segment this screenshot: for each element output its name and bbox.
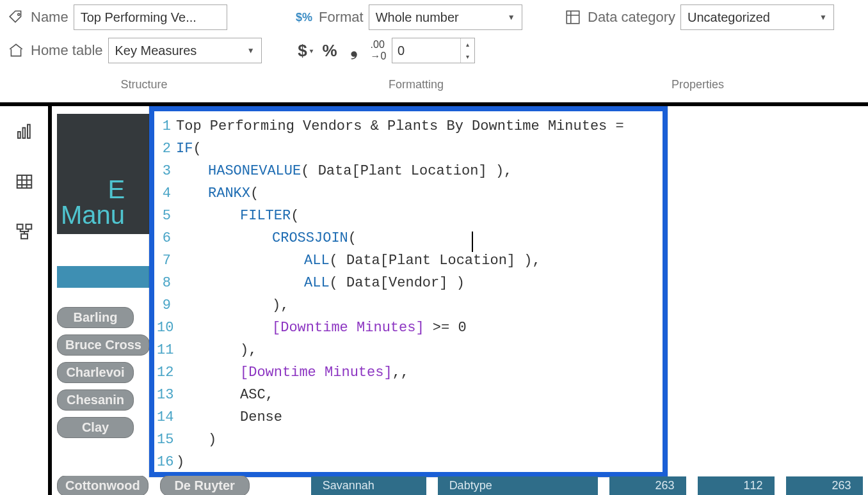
code-area[interactable]: 1Top Performing Vendors & Plants By Down… [154,111,663,472]
line-number: 6 [157,227,176,249]
chevron-down-icon: ▾ [310,47,313,54]
code-line: 9), [157,294,656,317]
code-content: IF( [176,138,202,160]
line-number: 15 [157,428,176,451]
properties-group-label: Properties [551,78,845,91]
chevron-down-icon: ▼ [819,13,827,22]
home-table-select[interactable]: Key Measures ▼ [108,38,262,63]
code-content: ) [176,451,184,472]
thousands-separator-button[interactable]: ❟ [343,38,365,63]
line-number: 12 [157,361,176,384]
code-content: Dense [176,406,282,428]
data-category-value: Uncategorized [687,10,770,25]
home-table-label: Home table [31,42,103,59]
model-view-button[interactable] [12,219,37,244]
code-content: FILTER( [176,205,299,227]
currency-button[interactable]: $▾ [294,38,316,63]
slicer-button[interactable]: Barling [57,307,134,328]
line-number: 10 [157,317,176,339]
line-number: 9 [157,294,176,317]
code-line: 10[Downtime Minutes] >= 0 [157,317,656,339]
line-number: 16 [157,451,176,472]
line-number: 4 [157,182,176,205]
format-value: Whole number [376,10,459,25]
table-cell: Dabtype [438,476,598,495]
percent-button[interactable]: % [319,38,341,63]
code-line: 13ASC, [157,384,656,406]
code-line: 4RANKX( [157,182,656,205]
title-fragment-1: E [61,177,125,202]
format-select[interactable]: Whole number ▼ [369,4,522,30]
formatting-group: $% Format Whole number ▼ $▾ % ❟ .00→0 0 [294,4,538,64]
svg-rect-8 [21,234,28,239]
line-number: 1 [157,115,176,138]
slicer-button[interactable]: De Ruyter [160,476,250,495]
report-view-button[interactable] [12,119,37,145]
line-number: 3 [157,160,176,182]
code-line: 8ALL( Data[Vendor] ) [157,272,656,294]
name-label: Name [31,9,68,26]
line-number: 5 [157,205,176,227]
svg-rect-1 [567,11,579,24]
spinner-up[interactable]: ▴ [461,38,474,51]
name-value: Top Performing Ve... [81,10,197,25]
code-content: ), [176,294,289,317]
code-line: 5FILTER( [157,205,656,227]
format-label: Format [319,9,364,26]
formula-editor[interactable]: 1Top Performing Vendors & Plants By Down… [149,106,668,477]
svg-point-0 [18,13,20,15]
code-line: 16) [157,451,656,472]
svg-rect-4 [28,125,30,138]
spinner-down[interactable]: ▾ [461,51,474,63]
data-view-button[interactable] [12,169,37,194]
line-number: 11 [157,339,176,361]
report-left-panel: E Manu BarlingBruce CrossCharlevoiChesan… [57,114,150,478]
code-line: 12[Downtime Minutes],, [157,361,656,384]
slicer-button[interactable]: Chesanin [57,389,134,411]
name-input[interactable]: Top Performing Ve... [74,4,227,30]
slicer-button[interactable]: Cottonwood [57,476,149,495]
code-line: 3HASONEVALUE( Data[Plant Location] ), [157,160,656,182]
report-canvas: ✕ ✓ E Manu BarlingBruce CrossCharlevoiCh… [48,106,868,495]
line-number: 14 [157,406,176,428]
left-view-nav [0,106,48,495]
chevron-down-icon: ▼ [508,13,515,22]
decimals-value: 0 [392,38,460,63]
slicer-button[interactable]: Charlevoi [57,362,134,383]
data-category-select[interactable]: Uncategorized ▼ [680,4,834,30]
decimal-places-icon: .00→0 [367,38,389,63]
home-table-value: Key Measures [115,43,197,58]
code-content: [Downtime Minutes] >= 0 [176,317,467,339]
ribbon: Name Top Performing Ve... Home table Key… [0,0,868,102]
code-content: HASONEVALUE( Data[Plant Location] ), [176,160,512,182]
code-content: ), [176,339,257,361]
table-cell: 263 [786,476,863,495]
chevron-down-icon: ▼ [247,46,255,55]
slicer-button[interactable]: Clay [57,417,134,438]
properties-group: Data category Uncategorized ▼ [563,4,845,31]
code-line: 15) [157,428,656,451]
code-line: 6CROSSJOIN( [157,227,656,249]
decimals-input[interactable]: 0 ▴ ▾ [392,38,475,63]
code-line: 11), [157,339,656,361]
data-category-label: Data category [588,9,675,26]
table-cell: Savannah [311,476,426,495]
format-icon: $% [294,8,314,27]
canvas-frame: ✕ ✓ E Manu BarlingBruce CrossCharlevoiCh… [0,102,868,495]
code-content: ASC, [176,384,274,406]
slicer-list: BarlingBruce CrossCharlevoiChesaninClay [57,307,150,438]
text-cursor [472,232,473,252]
bottom-strip: Cottonwood De Ruyter Savannah Dabtype 26… [57,476,868,495]
code-content: CROSSJOIN( [176,227,357,249]
selected-slicer-band [57,266,150,288]
code-content: Top Performing Vendors & Plants By Downt… [176,115,624,138]
data-category-icon [563,8,583,27]
slicer-button[interactable]: Bruce Cross [57,334,150,356]
line-number: 13 [157,384,176,406]
table-cell: 112 [698,476,775,495]
code-content: ALL( Data[Vendor] ) [176,272,465,294]
table-cell: 263 [609,476,686,495]
structure-group-label: Structure [6,78,282,91]
code-content: ALL( Data[Plant Location] ), [176,249,541,272]
line-number: 7 [157,249,176,272]
